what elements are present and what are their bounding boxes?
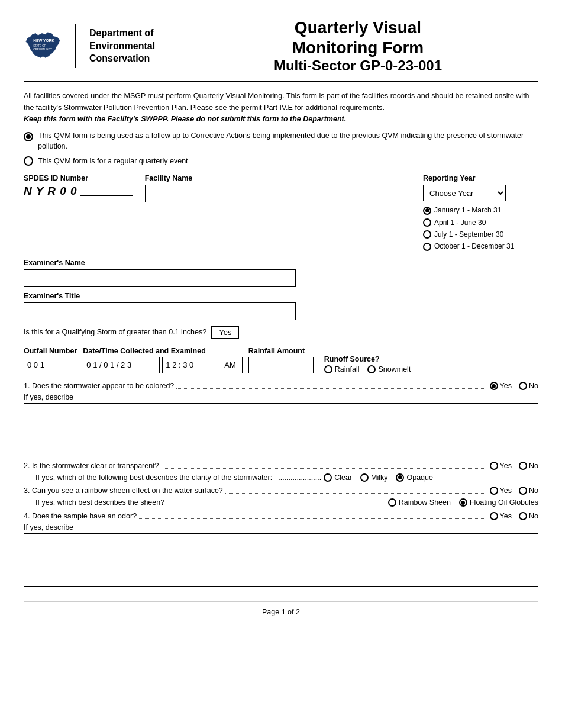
svg-text:OPPORTUNITY: OPPORTUNITY xyxy=(33,48,52,51)
examiner-name-input[interactable] xyxy=(24,269,296,287)
ampm-box: AM xyxy=(218,357,243,373)
header: NEW YORK STATE OF OPPORTUNITY Department… xyxy=(24,18,538,74)
q1-textarea[interactable] xyxy=(24,403,538,456)
examiner-name-label: Examiner's Name xyxy=(24,259,538,267)
runoff-rainfall[interactable]: Rainfall xyxy=(324,365,360,373)
spdes-value: N Y R 0 0 xyxy=(24,185,133,198)
data-collection-row: Outfall Number Date/Time Collected and E… xyxy=(24,347,538,373)
outfall-label: Outfall Number xyxy=(24,347,77,355)
page-number: Page 1 of 2 xyxy=(262,608,300,616)
page-footer: Page 1 of 2 xyxy=(24,601,538,616)
q2-no[interactable]: No xyxy=(519,462,538,470)
runoff-label: Runoff Source? xyxy=(324,355,411,363)
logo-area: NEW YORK STATE OF OPPORTUNITY Department… xyxy=(24,24,177,68)
svg-text:NEW YORK: NEW YORK xyxy=(33,38,54,43)
sheen-row: If yes, which best describes the sheen? … xyxy=(24,498,538,507)
q3-yes[interactable]: Yes xyxy=(490,487,512,495)
sheen-question: If yes, which best describes the sheen? xyxy=(35,498,164,507)
q3-no[interactable]: No xyxy=(519,487,538,495)
clarity-row: If yes, which of the following best desc… xyxy=(24,473,538,482)
facility-label: Facility Name xyxy=(145,174,411,182)
datetime-group: Date/Time Collected and Examined AM xyxy=(83,347,243,373)
facility-group: Facility Name xyxy=(145,174,411,202)
page-title-area: Quarterly Visual Monitoring Form Multi-S… xyxy=(177,18,538,74)
question-4-text: 4. Does the sample have an odor? xyxy=(24,512,137,520)
intro-paragraph: All facilities covered under the MSGP mu… xyxy=(24,91,538,125)
radio-option-1[interactable]: This QVM form is being used as a follow … xyxy=(24,131,538,152)
quarter-option-2[interactable]: July 1 - September 30 xyxy=(423,228,538,240)
quarter-option-3[interactable]: October 1 - December 31 xyxy=(423,240,538,252)
storm-question: Is this for a Qualifying Storm of greate… xyxy=(24,328,206,336)
q4-if-yes: If yes, describe xyxy=(24,523,538,531)
ny-state-logo: NEW YORK STATE OF OPPORTUNITY xyxy=(24,29,62,63)
question-3-text: 3. Can you see a rainbow sheen effect on… xyxy=(24,487,223,495)
facility-input[interactable] xyxy=(145,185,411,202)
question-1-text: 1. Does the stormwater appear to be colo… xyxy=(24,382,174,390)
reporting-year-label: Reporting Year xyxy=(423,174,538,182)
outfall-input[interactable] xyxy=(24,357,59,373)
quarter-radio-2[interactable] xyxy=(423,230,431,239)
quarter-radio-1[interactable] xyxy=(423,218,431,227)
runoff-snowmelt[interactable]: Snowmelt xyxy=(367,365,411,373)
top-form-row: SPDES ID Number N Y R 0 0 Facility Name … xyxy=(24,174,538,253)
radio-circle-2[interactable] xyxy=(24,156,33,166)
time-input[interactable] xyxy=(162,357,215,373)
quarter-radio-3[interactable] xyxy=(423,243,431,251)
question-1-block: 1. Does the stormwater appear to be colo… xyxy=(24,382,538,458)
rainfall-input[interactable] xyxy=(248,357,314,373)
reporting-year-group: Reporting Year Choose Year January 1 - M… xyxy=(423,174,538,253)
question-2-block: 2. Is the stormwater clear or transparen… xyxy=(24,462,538,482)
examiner-title-label: Examiner's Title xyxy=(24,292,538,300)
radio-circle-1[interactable] xyxy=(24,132,33,141)
rainfall-group: Rainfall Amount xyxy=(248,347,314,373)
spdes-group: SPDES ID Number N Y R 0 0 xyxy=(24,174,133,198)
dept-name: Department of Environmental Conservation xyxy=(89,27,155,65)
question-4-block: 4. Does the sample have an odor? Yes No … xyxy=(24,512,538,588)
header-divider xyxy=(75,24,76,68)
quarter-option-1[interactable]: April 1 - June 30 xyxy=(423,217,538,228)
q2-yes[interactable]: Yes xyxy=(490,462,512,470)
q1-yes[interactable]: Yes xyxy=(490,382,512,390)
clarity-option-1[interactable]: Milky xyxy=(360,473,387,482)
sheen-option-0[interactable]: Rainbow Sheen xyxy=(388,498,451,507)
quarter-option-0[interactable]: January 1 - March 31 xyxy=(423,204,538,216)
q4-textarea[interactable] xyxy=(24,533,538,587)
examiner-title-input[interactable] xyxy=(24,302,296,320)
examiner-name-group: Examiner's Name xyxy=(24,259,538,287)
datetime-label: Date/Time Collected and Examined xyxy=(83,347,243,355)
radio-group: This QVM form is being used as a follow … xyxy=(24,131,538,166)
title-line1: Quarterly Visual xyxy=(177,18,538,38)
question-3-block: 3. Can you see a rainbow sheen effect on… xyxy=(24,487,538,507)
q1-no[interactable]: No xyxy=(519,382,538,390)
quarter-radio-0[interactable] xyxy=(423,207,431,215)
rainfall-label: Rainfall Amount xyxy=(248,347,314,355)
q4-yes[interactable]: Yes xyxy=(490,512,512,520)
title-line3: Multi-Sector GP-0-23-001 xyxy=(177,57,538,74)
sheen-option-1[interactable]: Floating Oil Globules xyxy=(459,498,538,507)
clarity-option-2[interactable]: Opaque xyxy=(396,473,432,482)
year-select[interactable]: Choose Year xyxy=(423,185,506,201)
storm-answer: Yes xyxy=(211,326,239,339)
storm-row: Is this for a Qualifying Storm of greate… xyxy=(24,326,538,339)
svg-text:STATE OF: STATE OF xyxy=(33,44,46,47)
title-line2: Monitoring Form xyxy=(177,38,538,58)
outfall-group: Outfall Number xyxy=(24,347,77,373)
question-2-text: 2. Is the stormwater clear or transparen… xyxy=(24,462,159,470)
spdes-label: SPDES ID Number xyxy=(24,174,133,182)
examiner-title-group: Examiner's Title xyxy=(24,292,538,320)
radio-option-2[interactable]: This QVM form is for a regular quarterly… xyxy=(24,156,538,166)
runoff-group: Runoff Source? Rainfall Snowmelt xyxy=(324,355,411,373)
clarity-option-0[interactable]: Clear xyxy=(324,473,352,482)
date-input[interactable] xyxy=(83,357,160,373)
q1-if-yes: If yes, describe xyxy=(24,393,538,401)
clarity-question: If yes, which of the following best desc… xyxy=(35,473,272,482)
q4-no[interactable]: No xyxy=(519,512,538,520)
